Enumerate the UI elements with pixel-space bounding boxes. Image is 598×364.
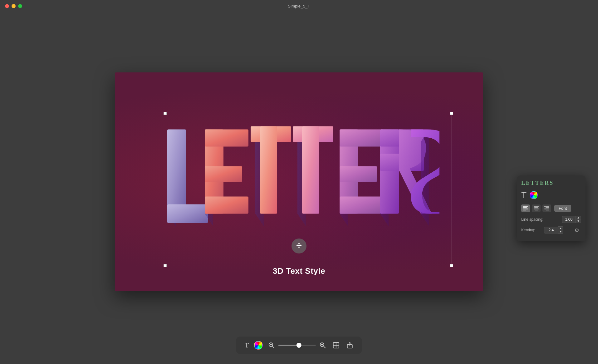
svg-rect-34 [544,209,549,209]
svg-rect-26 [523,209,528,209]
font-button[interactable]: Font [554,204,571,212]
line-spacing-label: Line spacing: [521,217,543,222]
zoom-slider[interactable] [278,345,316,346]
zoom-slider-thumb[interactable] [297,343,301,348]
svg-rect-2 [167,204,208,223]
align-left-button[interactable] [521,204,530,212]
zoom-in-button[interactable] [318,341,327,350]
kerning-label: Kerning: [521,228,535,232]
line-spacing-input[interactable]: 1.00 [562,216,576,223]
svg-rect-29 [534,207,538,208]
kerning-input[interactable]: 2.4 [544,227,558,234]
svg-rect-18 [340,196,383,214]
kerning-input-group: 2.4 ▲ ▼ [544,226,563,234]
svg-line-37 [272,346,274,348]
zoom-out-button[interactable] [267,341,276,350]
svg-rect-35 [546,210,549,210]
svg-rect-6 [205,166,242,182]
svg-rect-5 [205,129,248,146]
letter-L [167,129,208,226]
svg-rect-27 [523,210,526,210]
handle-top-left[interactable] [164,112,167,115]
panel-align-row: Font [521,204,581,212]
panel-text-icon[interactable]: T [521,190,527,200]
share-button[interactable] [345,341,355,350]
kerning-up-button[interactable]: ▲ [558,227,563,230]
handle-bottom-right[interactable] [450,264,453,267]
svg-rect-28 [534,206,539,207]
svg-rect-32 [544,206,549,207]
letter-E2 [340,129,383,226]
side-panel: Letters T [517,175,586,241]
line-spacing-row: Line spacing: 1.00 ▲ ▼ [521,216,581,223]
svg-rect-16 [340,129,383,146]
close-button[interactable] [5,4,9,8]
svg-rect-10 [260,126,277,214]
canvas-wrapper: 3D Text Style [0,12,598,364]
letter-t2 [293,126,333,226]
panel-preview-text: Letters [521,180,581,186]
svg-rect-24 [523,206,528,207]
zoom-controls [267,341,327,350]
svg-rect-31 [535,210,538,210]
svg-rect-17 [340,166,377,182]
kerning-row: Kerning: 2.4 ▲ ▼ ⚙ [521,226,581,234]
window-title: Simple_5_T [288,4,310,8]
svg-rect-30 [534,209,539,209]
text-icon: T [245,341,248,349]
svg-rect-13 [302,126,319,214]
svg-line-40 [324,346,326,348]
canvas-subtitle: 3D Text Style [273,266,325,276]
align-center-button[interactable] [532,204,541,212]
select-tool-button[interactable] [331,341,341,350]
kerning-stepper: ▲ ▼ [558,226,563,234]
color-picker-button[interactable] [254,341,263,350]
panel-icons-row: T [521,190,581,200]
toolbar: T [236,337,362,354]
line-spacing-down-button[interactable]: ▼ [576,219,581,223]
svg-rect-25 [523,207,527,208]
handle-bottom-left[interactable] [164,264,167,267]
titlebar-buttons [5,4,22,8]
titlebar: Simple_5_T [0,0,598,12]
minimize-button[interactable] [12,4,16,8]
line-spacing-up-button[interactable]: ▲ [576,216,581,219]
move-icon[interactable] [292,239,306,253]
maximize-button[interactable] [18,4,22,8]
canvas-container[interactable]: 3D Text Style [115,72,483,291]
line-spacing-input-group: 1.00 ▲ ▼ [562,216,581,223]
align-right-button[interactable] [542,204,551,212]
kerning-down-button[interactable]: ▼ [558,230,563,234]
letters-display[interactable] [159,120,439,239]
text-tool-button[interactable]: T [243,340,250,351]
svg-rect-7 [205,196,248,214]
line-spacing-stepper: ▲ ▼ [576,216,581,223]
letter-t1 [251,126,291,226]
svg-rect-1 [167,129,186,214]
panel-color-swatch[interactable] [530,191,538,199]
handle-top-right[interactable] [450,112,453,115]
letter-E [205,129,248,226]
settings-gear-button[interactable]: ⚙ [572,226,581,234]
svg-rect-33 [546,207,549,208]
